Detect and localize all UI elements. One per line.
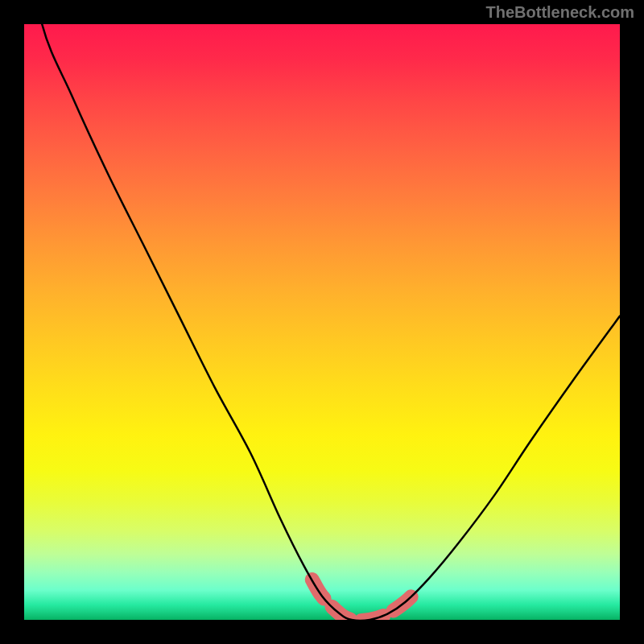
- bottleneck-curve: [24, 24, 620, 620]
- chart-plot-area: [24, 24, 620, 620]
- optimal-zone-highlight: [312, 580, 419, 620]
- watermark-text: TheBottleneck.com: [486, 3, 634, 22]
- chart-svg: [24, 24, 620, 620]
